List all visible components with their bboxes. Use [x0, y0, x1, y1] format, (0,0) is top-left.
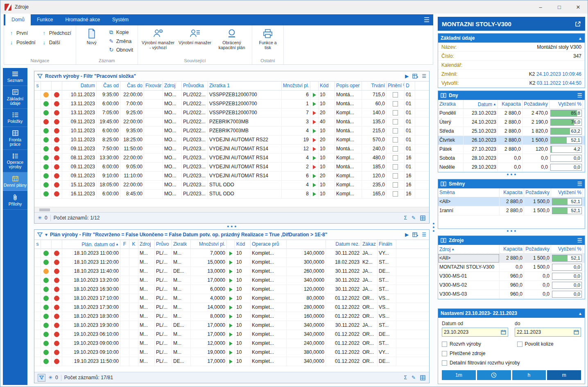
checkbox-rozvrh-v-roby[interactable]: Rozvrh výroby [442, 341, 517, 347]
table-row[interactable]: 18.10.2023 17:10:00M...PL/...M...4,00001… [34, 294, 429, 303]
column-header[interactable]: Kapacita [500, 188, 524, 197]
resources-header[interactable]: Zdroje ☰ [438, 236, 585, 245]
table-row[interactable]: 18.10.2023 11:20:00M...PL/...M...15,0000… [34, 258, 429, 267]
edit-button[interactable]: ✎Změna [106, 38, 135, 45]
column-header[interactable]: Operace prů [251, 240, 287, 249]
production-manager-button[interactable]: Výrobní manažer [177, 26, 213, 57]
table-add-icon[interactable] [412, 232, 418, 237]
table-row[interactable]: 09.11.202319:45:0022:00:00MO...PL/2022..… [34, 118, 429, 127]
settings-header[interactable]: Nastavení 23.10.2023- 22.11.2023 ▲ [438, 309, 585, 318]
column-header[interactable]: Směna [438, 188, 500, 197]
checkbox[interactable] [393, 101, 398, 106]
column-header[interactable]: Čas od [97, 81, 120, 91]
column-header[interactable]: Zákaz [361, 240, 378, 249]
checkbox[interactable] [393, 155, 398, 161]
last-button[interactable]: ↓Poslední [7, 39, 38, 46]
table-row[interactable]: Pátek27.10.20232 880,0120,04,2 [438, 145, 585, 154]
run-icon[interactable]: ▶ [405, 73, 409, 79]
table-row[interactable]: 10.11.20236:00:009:35:00MO...PL/2022...P… [34, 127, 429, 136]
table-row[interactable]: 13.11.20237:05:009:25:00MO...PL/2022...V… [34, 109, 429, 118]
checkbox[interactable] [393, 146, 398, 152]
column-header[interactable]: Zkratka 1 [208, 81, 282, 91]
new-record-button[interactable]: Nový [79, 26, 105, 57]
table-edit-icon[interactable] [420, 215, 426, 221]
column-header[interactable] [227, 240, 235, 249]
horizontal-splitter[interactable] [34, 224, 430, 229]
checkbox[interactable] [393, 119, 398, 124]
shifts-header[interactable]: Směny ☰ [438, 179, 585, 188]
chevron-up-icon[interactable]: ▲ [578, 36, 582, 41]
table-row[interactable]: 09.11.20239:10:0011:10:00MO...PL/2023...… [34, 172, 429, 181]
chevron-down-icon[interactable]: ▾ [45, 232, 47, 238]
column-header[interactable]: Datum [62, 81, 97, 91]
column-header[interactable]: Kód [235, 240, 251, 249]
previous-button[interactable]: ↑Předchozí [39, 29, 73, 36]
column-header[interactable]: Zdroj▲ [438, 245, 500, 254]
column-header[interactable]: Zdroj [163, 81, 182, 91]
scrollbar-thumb[interactable] [39, 208, 50, 211]
checkbox-p-et-en-zdroje[interactable]: Přetížené zdroje [442, 351, 581, 356]
checkbox[interactable] [393, 173, 398, 179]
ribbon-menu-icon[interactable]: ☰ [420, 14, 433, 25]
reverse-capacity-plan-button[interactable]: Obrácený kapacitní plán [214, 26, 249, 57]
table-row[interactable]: 10.11.20238:25:0018:25:00MO...PL/2023...… [34, 136, 429, 145]
column-header[interactable]: K [129, 240, 138, 249]
sidebar-item-prilohy[interactable]: Přílohy [3, 191, 27, 210]
column-header[interactable]: D [405, 81, 415, 91]
column-header[interactable]: Zkratk [172, 240, 191, 249]
table-row[interactable]: 16.11.20236:00:008:45:00MO...PL/2023...S… [34, 190, 429, 199]
section-splitter[interactable] [438, 229, 585, 233]
date-to-input[interactable]: 22.11.2023 [515, 328, 581, 337]
table-row[interactable]: 19.10.2023 09:10:00M...PL/...M...19,0000… [34, 348, 429, 357]
edit-icon[interactable]: ✎ [412, 215, 416, 221]
interval-button-m[interactable]: m [547, 370, 581, 380]
table-row[interactable]: 10.11.20239:35:0022:00:00MO...PL/2022...… [34, 91, 429, 100]
filter-active-indicator[interactable] [38, 374, 45, 382]
table-row[interactable]: V300-MS-03960,00,00,0 [438, 290, 585, 299]
checkbox[interactable] [517, 342, 522, 347]
chevron-up-icon[interactable]: ▲ [578, 311, 582, 316]
column-header[interactable] [52, 81, 62, 91]
column-header[interactable] [52, 240, 62, 249]
column-header[interactable]: Požadavky [522, 100, 550, 109]
column-header[interactable]: Plnění % [387, 81, 405, 91]
close-button[interactable]: ✕ [569, 0, 588, 14]
table-row[interactable]: V300-MS-02960,00,00,0 [438, 281, 585, 290]
table-row[interactable]: 19.10.2023 09:00:00M...PL/...M...12,0000… [34, 339, 429, 348]
production-manager-default-button[interactable]: Výrobní manažer - výchozí [140, 26, 176, 57]
checkbox[interactable] [393, 182, 398, 188]
column-header[interactable] [41, 81, 52, 91]
tab-funkce[interactable]: Funkce [31, 14, 59, 25]
checkbox[interactable] [442, 342, 447, 347]
table-row[interactable]: Čtvrtek26.10.20232 880,01 500,052,1 [438, 136, 585, 145]
edit-icon[interactable]: ✎ [412, 375, 416, 380]
run-icon[interactable]: ▶ [405, 232, 409, 238]
interval-button-clock[interactable] [477, 370, 511, 380]
table-row[interactable]: 18.10.2023 17:30:00M...PL/...M...14,0000… [34, 303, 429, 312]
sidebar-item-fronta-prace[interactable]: Fronta práce [3, 127, 27, 150]
checkbox[interactable] [442, 351, 447, 356]
horizontal-scrollbar[interactable] [34, 207, 429, 212]
section-menu-icon[interactable]: ☰ [577, 237, 582, 244]
checkbox[interactable] [393, 137, 398, 143]
open-external-icon[interactable] [575, 21, 581, 27]
checkbox-povolit-kolize[interactable]: Povolit kolize [517, 341, 581, 347]
table-row[interactable]: 18.10.2023 16:30:00M...PL/...M...6,00001… [34, 285, 429, 294]
column-header[interactable]: Fixovár [144, 81, 163, 91]
column-header[interactable]: Zkratka [438, 100, 464, 109]
table-row[interactable]: 18.10.2023 11:00:00M...PL/...M...7,00001… [34, 249, 429, 258]
table-row[interactable]: MONTAZNI STOLY-V3000,01 500,00,0 [438, 263, 585, 272]
functions-print-button[interactable]: Funkce a tisk [255, 26, 281, 57]
tab-system[interactable]: Systém [106, 14, 135, 25]
table-row[interactable]: 18.10.2023 13:20:00M...PL/...M...17,0000… [34, 276, 429, 285]
table-row[interactable]: 1ranní2 880,01 500,052,1 [438, 206, 585, 215]
checkbox[interactable] [393, 191, 398, 197]
table-add-icon[interactable] [412, 74, 418, 79]
column-header[interactable]: Zdroj [138, 240, 155, 249]
column-header[interactable]: s [34, 81, 41, 91]
column-header[interactable] [310, 81, 319, 91]
filter-icon[interactable] [37, 232, 43, 237]
column-header[interactable]: F [120, 240, 129, 249]
table-row[interactable]: <All>2 880,01 500,052,1 [438, 197, 585, 206]
checkbox[interactable] [442, 360, 447, 366]
